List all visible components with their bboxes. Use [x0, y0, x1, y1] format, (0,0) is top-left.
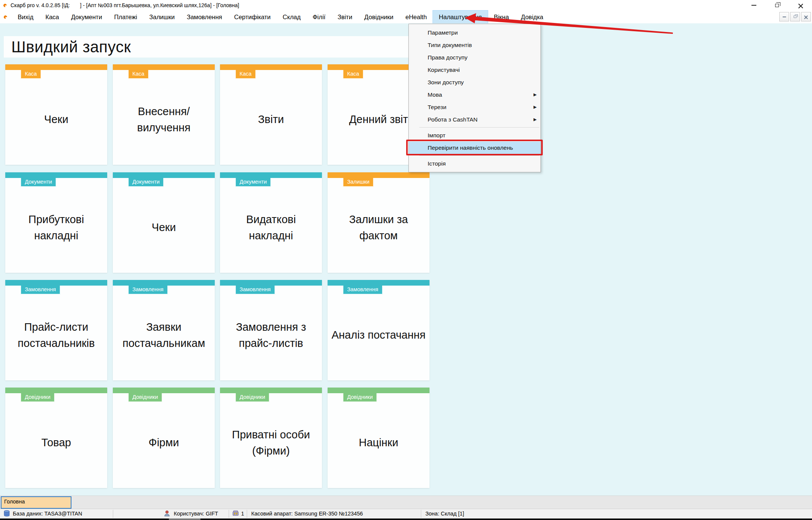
dropdown-item[interactable]: Робота з CashTAN▶ [409, 113, 540, 126]
quick-launch-tile[interactable]: ДокументиВидаткові накладні [220, 172, 322, 273]
tile-category-tag: Документи [128, 178, 164, 187]
menubar-item-12[interactable]: eHealth [399, 11, 433, 23]
tile-category-strip [220, 64, 322, 70]
status-separator [247, 510, 247, 518]
dropdown-item-label: Права доступу [428, 54, 467, 61]
status-user: Користувач: GIFT [174, 511, 218, 517]
quick-launch-tile[interactable]: ДовідникиНацінки [328, 388, 430, 488]
restore-icon [775, 4, 779, 7]
mdi-child-logo-icon [3, 15, 8, 20]
menubar-item-11[interactable]: Довідники [358, 11, 399, 23]
quick-launch-tile[interactable]: КасаЧеки [5, 64, 107, 165]
submenu-arrow-icon: ▶ [534, 113, 537, 126]
tile-category-strip [113, 172, 215, 178]
menu-items: ВихідКасаДокументиПлатежіЗалишкиЗамовлен… [12, 11, 549, 23]
quick-launch-tile[interactable]: ДокументиПрибуткові накладні [5, 172, 107, 273]
dropdown-item[interactable]: Мова▶ [409, 88, 540, 101]
screen-bottom-edge [0, 518, 812, 520]
menubar-item-9[interactable]: Філії [307, 11, 331, 23]
quick-launch-tile[interactable]: ДовідникиФірми [113, 388, 215, 488]
tile-label: Залишки за фактом [328, 187, 430, 268]
dropdown-item[interactable]: Користувачі [409, 64, 540, 76]
menubar-item-7[interactable]: Сертифікати [228, 11, 276, 23]
quick-launch-tile[interactable]: ЗамовленняАналіз постачання [328, 280, 430, 380]
quick-launch-tile[interactable]: ДовідникиТовар [5, 388, 107, 488]
menubar-item-8[interactable]: Склад [277, 11, 307, 23]
mdi-restore-button[interactable] [790, 12, 800, 21]
tile-label-text: Залишки за фактом [331, 211, 426, 243]
cash-register-icon [232, 510, 240, 518]
restore-icon [794, 15, 796, 18]
tile-label: Чеки [113, 187, 215, 268]
dropdown-item-label: Типи документів [428, 42, 472, 48]
tile-category-strip [113, 280, 215, 286]
dropdown-item-label: Зони доступу [428, 79, 464, 85]
tile-category-strip [5, 64, 107, 70]
dropdown-item[interactable]: Типи документів [409, 39, 540, 51]
tile-category-strip [5, 280, 107, 286]
tile-label-text: Заявки постачальникам [117, 319, 211, 351]
menubar-item-4[interactable]: Платежі [108, 11, 143, 23]
tile-label-text: Прайс-листи постачальників [9, 319, 103, 351]
quick-launch-tile[interactable]: ДовідникиПриватні особи (Фірми) [220, 388, 322, 488]
tile-label: Чеки [5, 79, 107, 160]
dropdown-item-label: Параметри [428, 29, 458, 36]
quick-launch-header: Швидкий запуск [4, 36, 410, 58]
tile-category-tag: Каса [235, 70, 256, 79]
status-separator [421, 510, 421, 518]
tile-label-text: Замовлення з прайс-листів [224, 319, 318, 351]
menubar-item-15[interactable]: Довідка [515, 11, 549, 23]
tile-label: Прайс-листи постачальників [5, 295, 107, 375]
menubar-item-2[interactable]: Каса [39, 11, 65, 23]
menubar-item-13[interactable]: Налаштування [433, 11, 488, 23]
quick-launch-tile[interactable]: ЗамовленняЗамовлення з прайс-листів [220, 280, 322, 380]
menu-bar: ВихідКасаДокументиПлатежіЗалишкиЗамовлен… [0, 11, 812, 23]
tile-category-strip [113, 64, 215, 70]
mdi-close-button[interactable] [801, 12, 811, 21]
menubar-item-14[interactable]: Вікна [488, 11, 515, 23]
menubar-item-3[interactable]: Документи [65, 11, 108, 23]
menubar-item-6[interactable]: Замовлення [181, 11, 228, 23]
dropdown-item-label: Користувачі [428, 67, 460, 73]
mdi-minimize-button[interactable] [779, 12, 789, 21]
quick-launch-tile[interactable]: ЗамовленняЗаявки постачальникам [113, 280, 215, 380]
tile-category-tag: Довідники [128, 393, 162, 402]
title-bar: Скарб pro v. 4.0.2.85 [ІД: ] - [Апт №003… [0, 0, 812, 11]
close-button[interactable] [789, 0, 812, 11]
annotation-highlight-box [406, 140, 543, 155]
tile-label: Видаткові накладні [220, 187, 322, 268]
menubar-item-5[interactable]: Залишки [143, 11, 181, 23]
database-icon [3, 510, 10, 518]
tile-category-strip [328, 388, 430, 393]
tile-category-tag: Замовлення [343, 286, 383, 295]
tile-category-tag: Довідники [20, 393, 55, 402]
dropdown-item[interactable]: Права доступу [409, 51, 540, 64]
menubar-item-1[interactable]: Вихід [12, 11, 39, 23]
quick-launch-tile[interactable]: ЗалишкиЗалишки за фактом [328, 172, 430, 273]
tile-label-text: Аналіз постачання [331, 327, 426, 343]
dropdown-item[interactable]: Зони доступу [409, 76, 540, 88]
quick-launch-tile[interactable]: ЗамовленняПрайс-листи постачальників [5, 280, 107, 380]
tile-category-tag: Довідники [235, 393, 270, 402]
tab-main[interactable]: Головна [1, 496, 71, 509]
dropdown-item[interactable]: Параметри [409, 26, 540, 39]
tile-label-text: Товар [9, 435, 103, 450]
status-register: Касовий апарат: Samsung ER-350 №123456 [251, 511, 363, 517]
status-zone: Зона: Склад [1] [425, 511, 464, 517]
quick-launch-tile[interactable]: ДокументиЧеки [113, 172, 215, 273]
tile-category-tag: Документи [20, 178, 56, 187]
menubar-item-10[interactable]: Звіти [331, 11, 358, 23]
submenu-arrow-icon: ▶ [534, 88, 537, 101]
quick-launch-tile[interactable]: КасаВнесення/вилучення [113, 64, 215, 165]
main-content: Швидкий запуск КасаЧекиКасаВнесення/вилу… [0, 23, 812, 496]
restore-button[interactable] [765, 0, 789, 11]
minimize-button[interactable] [742, 0, 765, 11]
dropdown-item-label: Терези [428, 104, 446, 110]
quick-launch-tile[interactable]: КасаЗвіти [220, 64, 322, 165]
taskbar-fragment [169, 518, 200, 520]
dropdown-item-label: Робота з CashTAN [428, 116, 478, 123]
minimize-icon [751, 5, 756, 6]
dropdown-item-label: Історія [428, 160, 446, 167]
dropdown-item[interactable]: Терези▶ [409, 101, 540, 113]
dropdown-item[interactable]: Історія [409, 157, 540, 170]
